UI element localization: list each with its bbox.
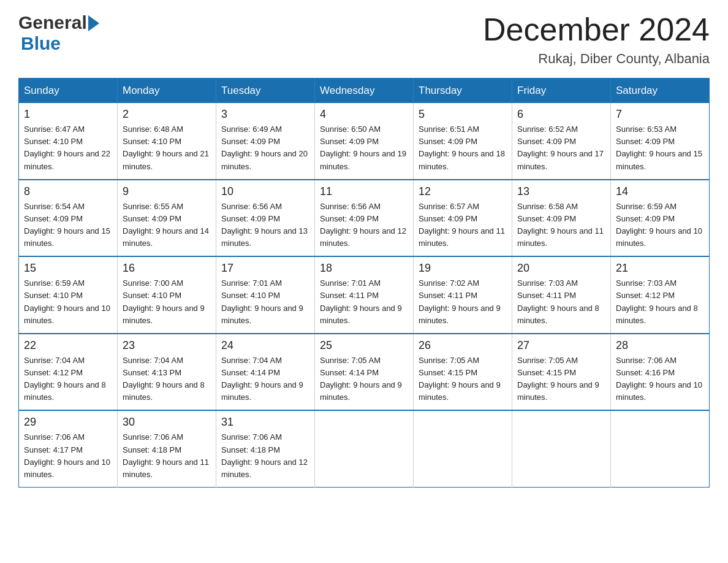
day-info: Sunrise: 7:04 AMSunset: 4:13 PMDaylight:…: [123, 354, 211, 404]
month-title: December 2024: [483, 12, 710, 47]
calendar-day-header: Sunday: [19, 79, 118, 104]
calendar-table: SundayMondayTuesdayWednesdayThursdayFrid…: [18, 78, 710, 488]
day-info: Sunrise: 6:56 AMSunset: 4:09 PMDaylight:…: [320, 201, 408, 250]
calendar-body: 1Sunrise: 6:47 AMSunset: 4:10 PMDaylight…: [19, 103, 710, 487]
day-info: Sunrise: 6:55 AMSunset: 4:09 PMDaylight:…: [123, 201, 211, 250]
calendar-day-cell: 22Sunrise: 7:04 AMSunset: 4:12 PMDayligh…: [19, 334, 118, 411]
day-info: Sunrise: 6:49 AMSunset: 4:09 PMDaylight:…: [221, 123, 309, 173]
day-info: Sunrise: 6:52 AMSunset: 4:09 PMDaylight:…: [517, 123, 605, 173]
day-info: Sunrise: 6:54 AMSunset: 4:09 PMDaylight:…: [24, 201, 112, 250]
calendar-header-row: SundayMondayTuesdayWednesdayThursdayFrid…: [19, 79, 710, 104]
day-info: Sunrise: 7:01 AMSunset: 4:10 PMDaylight:…: [221, 277, 309, 327]
calendar-day-cell: 4Sunrise: 6:50 AMSunset: 4:09 PMDaylight…: [315, 103, 414, 180]
day-number: 21: [616, 262, 704, 275]
day-number: 5: [419, 108, 507, 121]
day-info: Sunrise: 7:03 AMSunset: 4:11 PMDaylight:…: [517, 277, 605, 327]
calendar-day-cell: [414, 410, 512, 487]
calendar-week-row: 22Sunrise: 7:04 AMSunset: 4:12 PMDayligh…: [19, 334, 710, 411]
day-number: 4: [320, 108, 408, 121]
calendar-day-cell: 13Sunrise: 6:58 AMSunset: 4:09 PMDayligh…: [512, 180, 611, 257]
day-info: Sunrise: 7:05 AMSunset: 4:14 PMDaylight:…: [320, 354, 408, 404]
day-number: 12: [419, 185, 507, 198]
calendar-day-cell: 17Sunrise: 7:01 AMSunset: 4:10 PMDayligh…: [216, 256, 315, 334]
day-info: Sunrise: 7:00 AMSunset: 4:10 PMDaylight:…: [123, 277, 211, 327]
calendar-day-cell: 20Sunrise: 7:03 AMSunset: 4:11 PMDayligh…: [512, 256, 611, 334]
calendar-day-cell: 15Sunrise: 6:59 AMSunset: 4:10 PMDayligh…: [19, 256, 118, 334]
calendar-day-cell: 7Sunrise: 6:53 AMSunset: 4:09 PMDaylight…: [611, 103, 710, 180]
day-info: Sunrise: 7:05 AMSunset: 4:15 PMDaylight:…: [419, 354, 507, 404]
day-number: 7: [616, 108, 704, 121]
day-number: 29: [24, 416, 112, 429]
day-info: Sunrise: 6:47 AMSunset: 4:10 PMDaylight:…: [24, 123, 112, 173]
calendar-day-header: Tuesday: [216, 79, 315, 104]
calendar-day-cell: 28Sunrise: 7:06 AMSunset: 4:16 PMDayligh…: [611, 334, 710, 411]
calendar-week-row: 15Sunrise: 6:59 AMSunset: 4:10 PMDayligh…: [19, 256, 710, 334]
calendar-day-cell: 8Sunrise: 6:54 AMSunset: 4:09 PMDaylight…: [19, 180, 118, 257]
day-number: 3: [221, 108, 309, 121]
day-number: 23: [123, 339, 211, 352]
calendar-day-cell: 29Sunrise: 7:06 AMSunset: 4:17 PMDayligh…: [19, 410, 118, 487]
day-number: 25: [320, 339, 408, 352]
calendar-day-cell: 5Sunrise: 6:51 AMSunset: 4:09 PMDaylight…: [414, 103, 512, 180]
logo-blue-text: Blue: [21, 33, 99, 54]
day-info: Sunrise: 6:48 AMSunset: 4:10 PMDaylight:…: [123, 123, 211, 173]
day-number: 17: [221, 262, 309, 275]
day-number: 20: [517, 262, 605, 275]
day-info: Sunrise: 6:56 AMSunset: 4:09 PMDaylight:…: [221, 201, 309, 250]
calendar-day-cell: 9Sunrise: 6:55 AMSunset: 4:09 PMDaylight…: [118, 180, 216, 257]
day-number: 26: [419, 339, 507, 352]
location: Rukaj, Diber County, Albania: [483, 51, 710, 67]
page-header: General Blue December 2024 Rukaj, Diber …: [18, 12, 710, 67]
day-number: 11: [320, 185, 408, 198]
calendar-day-header: Wednesday: [315, 79, 414, 104]
day-info: Sunrise: 6:53 AMSunset: 4:09 PMDaylight:…: [616, 123, 704, 173]
day-info: Sunrise: 6:50 AMSunset: 4:09 PMDaylight:…: [320, 123, 408, 173]
day-number: 24: [221, 339, 309, 352]
calendar-day-cell: 19Sunrise: 7:02 AMSunset: 4:11 PMDayligh…: [414, 256, 512, 334]
day-number: 1: [24, 108, 112, 121]
day-number: 22: [24, 339, 112, 352]
logo-general-text: General: [18, 12, 87, 33]
calendar-day-cell: 16Sunrise: 7:00 AMSunset: 4:10 PMDayligh…: [118, 256, 216, 334]
day-number: 10: [221, 185, 309, 198]
calendar-day-cell: 24Sunrise: 7:04 AMSunset: 4:14 PMDayligh…: [216, 334, 315, 411]
day-number: 31: [221, 416, 309, 429]
logo: General Blue: [18, 12, 99, 54]
day-info: Sunrise: 7:06 AMSunset: 4:17 PMDaylight:…: [24, 431, 112, 481]
day-number: 2: [123, 108, 211, 121]
day-info: Sunrise: 6:58 AMSunset: 4:09 PMDaylight:…: [517, 201, 605, 250]
logo-arrow-icon: [88, 15, 99, 31]
calendar-day-cell: 1Sunrise: 6:47 AMSunset: 4:10 PMDaylight…: [19, 103, 118, 180]
day-number: 13: [517, 185, 605, 198]
day-info: Sunrise: 6:59 AMSunset: 4:10 PMDaylight:…: [24, 277, 112, 327]
calendar-day-header: Monday: [118, 79, 216, 104]
day-number: 8: [24, 185, 112, 198]
day-info: Sunrise: 7:04 AMSunset: 4:14 PMDaylight:…: [221, 354, 309, 404]
calendar-day-cell: [512, 410, 611, 487]
day-info: Sunrise: 7:04 AMSunset: 4:12 PMDaylight:…: [24, 354, 112, 404]
calendar-day-header: Thursday: [414, 79, 512, 104]
day-number: 16: [123, 262, 211, 275]
calendar-day-cell: 26Sunrise: 7:05 AMSunset: 4:15 PMDayligh…: [414, 334, 512, 411]
calendar-day-cell: [315, 410, 414, 487]
calendar-day-header: Saturday: [611, 79, 710, 104]
day-number: 27: [517, 339, 605, 352]
title-area: December 2024 Rukaj, Diber County, Alban…: [483, 12, 710, 67]
day-number: 30: [123, 416, 211, 429]
calendar-day-cell: 25Sunrise: 7:05 AMSunset: 4:14 PMDayligh…: [315, 334, 414, 411]
day-info: Sunrise: 7:06 AMSunset: 4:16 PMDaylight:…: [616, 354, 704, 404]
day-info: Sunrise: 7:05 AMSunset: 4:15 PMDaylight:…: [517, 354, 605, 404]
calendar-day-cell: 2Sunrise: 6:48 AMSunset: 4:10 PMDaylight…: [118, 103, 216, 180]
day-number: 28: [616, 339, 704, 352]
day-number: 9: [123, 185, 211, 198]
day-info: Sunrise: 7:02 AMSunset: 4:11 PMDaylight:…: [419, 277, 507, 327]
calendar-week-row: 1Sunrise: 6:47 AMSunset: 4:10 PMDaylight…: [19, 103, 710, 180]
calendar-day-cell: 31Sunrise: 7:06 AMSunset: 4:18 PMDayligh…: [216, 410, 315, 487]
calendar-day-cell: [611, 410, 710, 487]
calendar-day-header: Friday: [512, 79, 611, 104]
day-info: Sunrise: 7:06 AMSunset: 4:18 PMDaylight:…: [123, 431, 211, 481]
calendar-day-cell: 3Sunrise: 6:49 AMSunset: 4:09 PMDaylight…: [216, 103, 315, 180]
calendar-day-cell: 11Sunrise: 6:56 AMSunset: 4:09 PMDayligh…: [315, 180, 414, 257]
day-info: Sunrise: 6:51 AMSunset: 4:09 PMDaylight:…: [419, 123, 507, 173]
day-number: 18: [320, 262, 408, 275]
